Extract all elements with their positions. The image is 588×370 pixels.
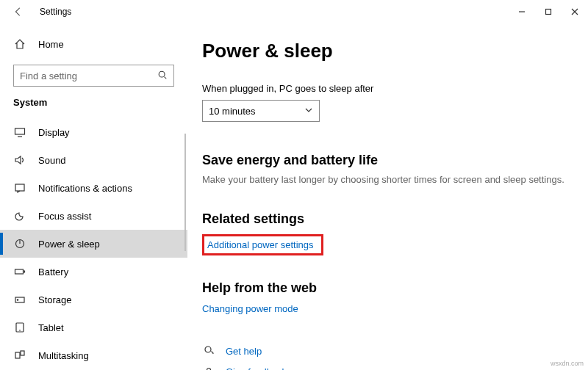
search-icon [157,70,168,82]
svg-point-11 [205,347,211,352]
svg-rect-2 [15,128,25,134]
sidebar-item-notifications[interactable]: Notifications & actions [0,174,187,202]
sidebar-item-focus[interactable]: Focus assist [0,202,187,230]
search-placeholder: Find a setting [20,70,157,81]
minimize-button[interactable] [509,0,535,23]
sidebar-scrollbar[interactable] [184,134,186,251]
svg-rect-3 [15,184,24,191]
sidebar-item-storage[interactable]: Storage [0,286,187,313]
sidebar-item-label: Focus assist [38,211,91,222]
feedback-link: Give feedback [226,366,287,371]
sidebar-item-power[interactable]: Power & sleep [0,230,187,258]
watermark: wsxdn.com [551,360,584,367]
help-heading: Help from the web [202,280,588,296]
focus-icon [13,210,26,222]
svg-rect-10 [21,351,24,355]
feedback-icon [202,366,215,370]
sleep-label: When plugged in, PC goes to sleep after [202,83,588,94]
svg-point-7 [17,300,18,300]
titlebar: Settings [0,0,588,23]
energy-subtext: Make your battery last longer by choosin… [202,174,588,185]
get-help-link: Get help [226,346,262,357]
maximize-button[interactable] [535,0,562,23]
feedback-row[interactable]: Give feedback [202,361,588,370]
sidebar-item-sound[interactable]: Sound [0,146,187,174]
related-heading: Related settings [202,211,588,227]
display-icon [13,126,26,138]
sidebar-item-label: Tablet [38,322,64,333]
additional-power-link-highlight: Additional power settings [202,234,323,255]
back-button[interactable] [13,7,24,17]
window-controls [509,0,588,23]
main-content: Power & sleep When plugged in, PC goes t… [187,23,588,370]
svg-rect-5 [15,269,24,274]
sidebar-item-label: Battery [38,266,68,278]
sidebar-item-label: Multitasking [38,350,89,361]
sidebar-item-label: Power & sleep [38,239,100,250]
search-input[interactable]: Find a setting [13,65,174,87]
close-button[interactable] [562,0,588,23]
sleep-select-value: 10 minutes [209,106,256,117]
help-web-link[interactable]: Changing power mode [202,303,588,314]
sidebar-item-label: Notifications & actions [38,183,132,194]
svg-rect-9 [15,352,20,358]
notifications-icon [13,182,26,194]
nav-list: Display Sound Notifications & actions Fo… [0,118,187,369]
sound-icon [13,154,26,166]
svg-rect-0 [546,10,551,15]
svg-point-1 [159,71,165,77]
get-help-row[interactable]: Get help [202,341,588,361]
sleep-select[interactable]: 10 minutes [202,100,320,122]
additional-power-link[interactable]: Additional power settings [207,239,314,250]
window-title: Settings [40,7,71,17]
tablet-icon [13,322,26,333]
sidebar-item-label: Storage [38,294,72,305]
sidebar-item-tablet[interactable]: Tablet [0,313,187,341]
page-title: Power & sleep [202,40,588,62]
sidebar-item-battery[interactable]: Battery [0,258,187,286]
chevron-down-icon [304,106,313,117]
help-icon [202,345,215,357]
sidebar-item-multitasking[interactable]: Multitasking [0,341,187,369]
sidebar-item-label: Sound [38,155,66,166]
multitasking-icon [13,349,26,361]
battery-icon [13,266,26,278]
power-icon [13,238,26,250]
sidebar-item-label: Display [38,127,70,138]
energy-heading: Save energy and battery life [202,153,588,168]
sidebar: Home Find a setting System Display Sound… [0,23,187,370]
home-icon [13,38,26,50]
storage-icon [13,294,26,305]
home-nav[interactable]: Home [0,31,187,57]
sidebar-item-display[interactable]: Display [0,118,187,146]
sidebar-section-label: System [0,97,187,118]
home-label: Home [38,39,64,50]
